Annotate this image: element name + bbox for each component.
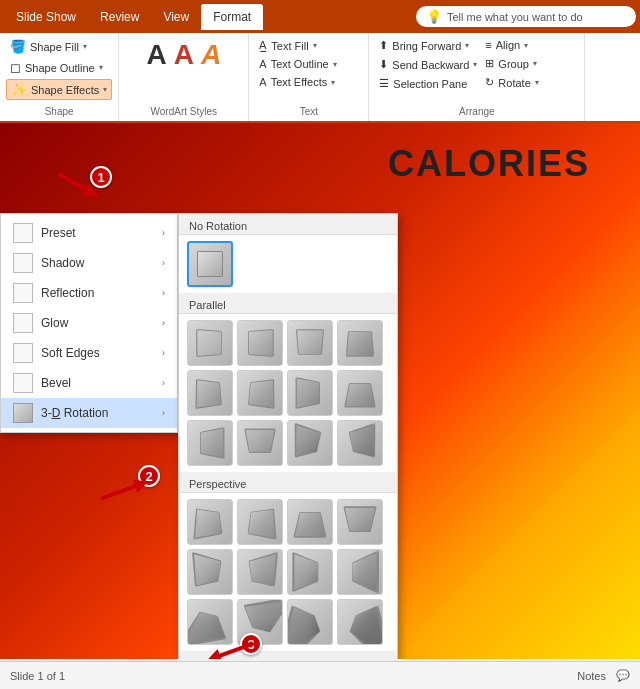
menu-preset[interactable]: Preset › bbox=[1, 218, 177, 248]
cube-icon bbox=[349, 423, 376, 458]
preset-icon bbox=[13, 223, 33, 243]
rotation-parallel-10[interactable] bbox=[237, 420, 283, 466]
rotation-perspective-4[interactable] bbox=[337, 499, 383, 545]
rotation-parallel-1[interactable] bbox=[187, 320, 233, 366]
send-backward-button[interactable]: ⬇ Send Backward ▾ bbox=[375, 56, 481, 73]
rotate-button[interactable]: ↻ Rotate ▾ bbox=[481, 74, 578, 91]
rotation-parallel-6[interactable] bbox=[237, 370, 283, 416]
submenu-arrow-icon: › bbox=[162, 378, 165, 388]
submenu-arrow-icon: › bbox=[162, 318, 165, 328]
wordart-a-red[interactable]: A bbox=[172, 41, 196, 69]
wordart-a-orange[interactable]: A bbox=[199, 41, 223, 69]
cube-icon bbox=[248, 379, 275, 409]
cube-icon bbox=[296, 377, 320, 409]
cube-icon bbox=[195, 379, 222, 409]
submenu-arrow-icon: › bbox=[162, 348, 165, 358]
glow-icon bbox=[13, 313, 33, 333]
wordart-a-plain[interactable]: A bbox=[144, 41, 168, 69]
cube-icon bbox=[196, 329, 222, 357]
menu-soft-edges-label: Soft Edges bbox=[41, 346, 154, 360]
rotation-perspective-3[interactable] bbox=[287, 499, 333, 545]
cube-icon bbox=[244, 429, 276, 453]
rotation-no-rotation[interactable] bbox=[187, 241, 233, 287]
ribbon-group-arrange: ⬆ Bring Forward ▾ ⬇ Send Backward ▾ ☰ Se… bbox=[369, 33, 585, 121]
rotation-parallel-8[interactable] bbox=[337, 370, 383, 416]
menu-3d-rotation[interactable]: 3-D Rotation › bbox=[1, 398, 177, 428]
bring-forward-button[interactable]: ⬆ Bring Forward ▾ bbox=[375, 37, 481, 54]
text-group-label: Text bbox=[300, 104, 318, 117]
ribbon: 🪣 Shape Fill ▾ ◻ Shape Outline ▾ ✨ Shape… bbox=[0, 33, 640, 123]
cube-icon bbox=[200, 427, 224, 459]
rotation-perspective-5[interactable] bbox=[187, 549, 233, 595]
cube-icon bbox=[296, 329, 324, 355]
dropdown-arrow-icon: ▾ bbox=[103, 85, 107, 94]
rotation-perspective-1[interactable] bbox=[187, 499, 233, 545]
cube-icon bbox=[187, 612, 227, 645]
comments-icon[interactable]: 💬 bbox=[616, 669, 630, 682]
status-text: Slide 1 of 1 bbox=[10, 670, 65, 682]
cube-icon bbox=[343, 506, 376, 532]
text-outline-icon: A bbox=[259, 58, 266, 70]
ribbon-group-shape: 🪣 Shape Fill ▾ ◻ Shape Outline ▾ ✨ Shape… bbox=[0, 33, 119, 121]
menu-bevel[interactable]: Bevel › bbox=[1, 368, 177, 398]
rotation-perspective-12[interactable] bbox=[337, 599, 383, 645]
3d-rotation-icon bbox=[13, 403, 33, 423]
menu-3d-rotation-label: 3-D Rotation bbox=[41, 406, 154, 420]
rotation-parallel-12[interactable] bbox=[337, 420, 383, 466]
align-button[interactable]: ≡ Align ▾ bbox=[481, 37, 578, 53]
rotation-parallel-5[interactable] bbox=[187, 370, 233, 416]
outline-icon: ◻ bbox=[10, 60, 21, 75]
menu-reflection[interactable]: Reflection › bbox=[1, 278, 177, 308]
rotation-perspective-8[interactable] bbox=[337, 549, 383, 595]
dropdown-arrow-icon: ▾ bbox=[83, 42, 87, 51]
parallel-grid bbox=[179, 314, 397, 472]
parallel-label: Parallel bbox=[179, 293, 397, 314]
cube-icon bbox=[248, 329, 274, 357]
tab-review[interactable]: Review bbox=[88, 4, 151, 30]
shape-effects-button[interactable]: ✨ Shape Effects ▾ bbox=[6, 79, 112, 100]
rotation-parallel-11[interactable] bbox=[287, 420, 333, 466]
group-button[interactable]: ⊞ Group ▾ bbox=[481, 55, 578, 72]
rotation-parallel-2[interactable] bbox=[237, 320, 283, 366]
notes-button[interactable]: Notes bbox=[577, 670, 606, 682]
reflection-icon bbox=[13, 283, 33, 303]
rotation-perspective-10[interactable] bbox=[237, 599, 283, 645]
no-rotation-grid bbox=[179, 235, 397, 293]
send-backward-icon: ⬇ bbox=[379, 58, 388, 71]
rotation-perspective-2[interactable] bbox=[237, 499, 283, 545]
rotation-perspective-7[interactable] bbox=[287, 549, 333, 595]
submenu-arrow-icon: › bbox=[162, 228, 165, 238]
arrange-group-label: Arrange bbox=[375, 104, 578, 117]
text-fill-button[interactable]: A̲ Text Fill ▾ bbox=[255, 37, 362, 54]
cube-icon bbox=[352, 550, 379, 594]
cube-flat-icon bbox=[197, 251, 223, 277]
soft-edges-icon bbox=[13, 343, 33, 363]
rotation-parallel-4[interactable] bbox=[337, 320, 383, 366]
tab-slideshow[interactable]: Slide Show bbox=[4, 4, 88, 30]
rotation-parallel-3[interactable] bbox=[287, 320, 333, 366]
menu-shadow[interactable]: Shadow › bbox=[1, 248, 177, 278]
tab-view[interactable]: View bbox=[151, 4, 201, 30]
shape-outline-button[interactable]: ◻ Shape Outline ▾ bbox=[6, 58, 112, 77]
menu-glow-label: Glow bbox=[41, 316, 154, 330]
tab-format[interactable]: Format bbox=[201, 4, 263, 30]
text-effects-button[interactable]: A Text Effects ▾ bbox=[255, 74, 362, 90]
selection-pane-button[interactable]: ☰ Selection Pane bbox=[375, 75, 481, 92]
menu-glow[interactable]: Glow › bbox=[1, 308, 177, 338]
rotation-perspective-9[interactable] bbox=[187, 599, 233, 645]
shape-effects-dropdown: Preset › Shadow › Reflection › Glow › So… bbox=[0, 213, 178, 433]
align-icon: ≡ bbox=[485, 39, 491, 51]
menu-reflection-label: Reflection bbox=[41, 286, 154, 300]
rotation-perspective-6[interactable] bbox=[237, 549, 283, 595]
rotation-parallel-9[interactable] bbox=[187, 420, 233, 466]
menu-soft-edges[interactable]: Soft Edges › bbox=[1, 338, 177, 368]
rotation-perspective-11[interactable] bbox=[287, 599, 333, 645]
shape-fill-button[interactable]: 🪣 Shape Fill ▾ bbox=[6, 37, 112, 56]
perspective-label: Perspective bbox=[179, 472, 397, 493]
cube-icon bbox=[293, 512, 326, 538]
ribbon-group-text: A̲ Text Fill ▾ A Text Outline ▾ A Text E… bbox=[249, 33, 369, 121]
tell-me-box[interactable]: 💡 Tell me what you want to do bbox=[416, 6, 636, 27]
rotation-parallel-7[interactable] bbox=[287, 370, 333, 416]
dropdown-arrow-icon: ▾ bbox=[99, 63, 103, 72]
text-outline-button[interactable]: A Text Outline ▾ bbox=[255, 56, 362, 72]
